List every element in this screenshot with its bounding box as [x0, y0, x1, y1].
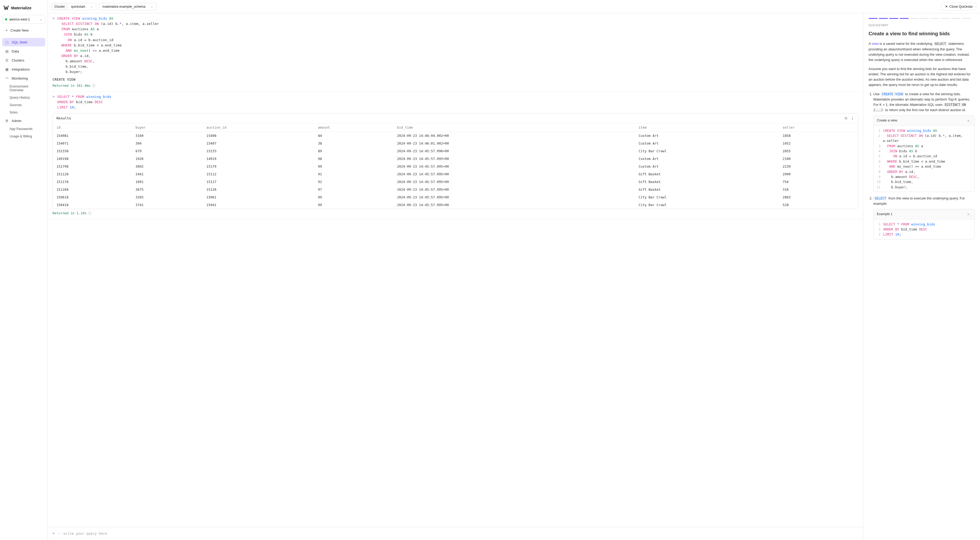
- table-row[interactable]: 151178169115117922024-09-23 14:45:57.095…: [53, 178, 858, 186]
- code-card-example-1: Example 1 >_ 1SELECT * FROM winning_bids…: [873, 209, 975, 240]
- close-quickstart-button[interactable]: ✕ Close Quickstar: [942, 3, 976, 10]
- nav-environment-overview[interactable]: Environment Overview: [2, 83, 45, 94]
- table-cell: 316: [779, 186, 858, 193]
- table-cell: City Bar Crawl: [635, 147, 779, 155]
- brand-logo[interactable]: Materialize: [2, 3, 45, 14]
- table-cell: 154071: [53, 140, 132, 147]
- schema-dropdown[interactable]: materialize.example_schema ⌄: [99, 3, 156, 10]
- terminal-icon: ▢: [5, 40, 9, 44]
- run-icon[interactable]: >_: [967, 118, 971, 123]
- table-cell: 15061: [203, 193, 314, 201]
- create-new-button[interactable]: ＋ Create New: [2, 26, 45, 35]
- nav-sinks[interactable]: Sinks: [2, 109, 45, 116]
- table-cell: 15408: [203, 132, 314, 140]
- schema-value: materialize.example_schema: [102, 5, 145, 8]
- table-row[interactable]: 15233867915233892024-09-23 14:45:57.096+…: [53, 147, 858, 155]
- table-cell: 15179: [203, 163, 314, 170]
- table-cell: 754: [779, 178, 858, 186]
- download-icon[interactable]: ⭳: [851, 116, 854, 121]
- prompt-caret-icon: >: [52, 94, 55, 110]
- nav-sources[interactable]: Sources: [2, 102, 45, 108]
- info-icon[interactable]: i: [88, 211, 92, 215]
- column-header: buyer: [132, 123, 203, 132]
- nav-clusters[interactable]: ☰ Clusters: [2, 56, 45, 64]
- table-cell: 15233: [203, 147, 314, 155]
- table-cell: 679: [132, 147, 203, 155]
- table-row[interactable]: 150418374115041992024-09-23 14:45:57.095…: [53, 201, 858, 209]
- query-sql-1: CREATE VIEW winning_bids AS SELECT DISTI…: [57, 16, 159, 75]
- inline-code: SELECT: [933, 41, 947, 46]
- nav-sql-shell[interactable]: ▢ SQL Shell: [2, 38, 45, 46]
- code-card-body: 1CREATE VIEW winning_bids AS 2 SELECT DI…: [873, 126, 974, 192]
- table-row[interactable]: 151798360215179992024-09-23 14:45:57.095…: [53, 163, 858, 170]
- table-cell: 99: [314, 201, 393, 209]
- table-cell: 14919: [203, 155, 314, 163]
- results-title: Results: [57, 116, 71, 120]
- progress-indicator: [869, 18, 975, 19]
- table-row[interactable]: 151128244115112912024-09-23 14:45:57.095…: [53, 170, 858, 178]
- table-cell: 3160: [132, 132, 203, 140]
- table-cell: 2024-09-23 14:45:57.095+00: [393, 163, 635, 170]
- table-cell: 3741: [132, 201, 203, 209]
- nav-query-history[interactable]: Query History: [2, 94, 45, 101]
- table-cell: 150618: [53, 193, 132, 201]
- table-cell: 3675: [132, 186, 203, 193]
- table-cell: 152338: [53, 147, 132, 155]
- table-cell: 2239: [779, 163, 858, 170]
- column-header: seller: [779, 123, 858, 132]
- query-status-1: Returned in 161.4ms i: [52, 84, 858, 87]
- table-row[interactable]: 150618326515061992024-09-23 14:45:57.095…: [53, 193, 858, 201]
- database-icon: ▤: [5, 49, 9, 53]
- table-cell: Gift Basket: [635, 186, 779, 193]
- sql-input-row[interactable]: > -- write your query here: [48, 527, 863, 540]
- table-cell: 2441: [132, 170, 203, 178]
- nav-data[interactable]: ▤ Data: [2, 47, 45, 56]
- table-cell: 89: [314, 147, 393, 155]
- cluster-label: Cluster: [51, 3, 68, 10]
- table-cell: 2024-09-23 14:45:57.096+00: [393, 147, 635, 155]
- code-card-create-view: Create a view. >_ 1CREATE VIEW winning_b…: [873, 115, 975, 192]
- table-cell: 151798: [53, 163, 132, 170]
- nav-usage-billing[interactable]: Usage & Billing: [2, 133, 45, 140]
- nav-label: Data: [12, 49, 19, 53]
- layers-icon: ☰: [5, 58, 9, 62]
- nav-admin[interactable]: ⛨ Admin: [2, 116, 45, 125]
- nav-monitoring[interactable]: 〜 Monitoring: [2, 74, 45, 83]
- query-block-1: > CREATE VIEW winning_bids AS SELECT DIS…: [48, 13, 863, 92]
- query-result-text: CREATE VIEW: [52, 78, 858, 81]
- column-header: amount: [314, 123, 393, 132]
- info-icon[interactable]: i: [92, 84, 95, 87]
- returned-text: Returned in 1.10s: [52, 211, 86, 215]
- nav-integrations[interactable]: ▦ Integrations: [2, 65, 45, 73]
- table-cell: 15117: [203, 178, 314, 186]
- column-header: item: [635, 123, 779, 132]
- table-row[interactable]: 149198192614919982024-09-23 14:45:57.095…: [53, 155, 858, 163]
- nav-app-passwords[interactable]: App Passwords: [2, 125, 45, 132]
- close-quickstart-label: Close Quickstar: [950, 5, 973, 8]
- copy-icon[interactable]: ⧉: [845, 116, 847, 121]
- code-card-title: Create a view.: [877, 118, 898, 123]
- table-row[interactable]: 151268367515126972024-09-23 14:45:57.095…: [53, 186, 858, 193]
- environment-selector[interactable]: aws/us-east-1 ⌄: [2, 15, 45, 24]
- table-cell: 15112: [203, 170, 314, 178]
- run-icon[interactable]: >_: [967, 212, 971, 217]
- table-cell: 98: [314, 155, 393, 163]
- table-cell: 2024-09-23 14:45:57.095+00: [393, 155, 635, 163]
- table-cell: 1052: [779, 140, 858, 147]
- close-icon: ✕: [945, 5, 948, 8]
- cluster-dropdown[interactable]: quickstart ⌄: [68, 3, 97, 10]
- table-cell: 528: [779, 201, 858, 209]
- table-row[interactable]: 15407130415407382024-09-23 14:46:01.002+…: [53, 140, 858, 147]
- table-cell: 1858: [779, 132, 858, 140]
- table-row[interactable]: 154081316015408842024-09-23 14:46:04.002…: [53, 132, 858, 140]
- topbar: Cluster quickstart ⌄ materialize.example…: [48, 0, 980, 13]
- table-cell: City Bar Crawl: [635, 193, 779, 201]
- sql-input-placeholder[interactable]: -- write your query here: [57, 531, 107, 536]
- inline-code: CREATE VIEW: [880, 92, 904, 96]
- brand-name: Materialize: [11, 6, 32, 10]
- view-link[interactable]: view: [872, 41, 879, 46]
- panel-eyebrow: QUICKSTART: [869, 23, 975, 28]
- table-cell: Custom Art: [635, 155, 779, 163]
- step-1: Use CREATE VIEW to create a view for the…: [873, 92, 975, 192]
- status-dot-icon: [5, 18, 7, 21]
